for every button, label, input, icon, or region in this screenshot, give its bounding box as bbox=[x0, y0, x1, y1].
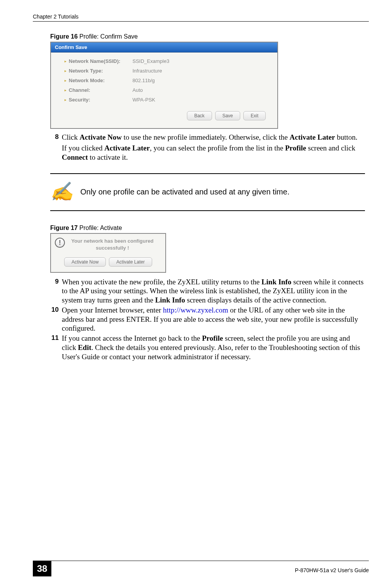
step-8-block: 8 Click Activate Now to use the new prof… bbox=[50, 133, 365, 162]
value-network-mode: 802.11b/g bbox=[132, 78, 155, 83]
guide-name: P-870HW-51a v2 User's Guide bbox=[295, 567, 369, 573]
value-network-type: Infrastructure bbox=[132, 68, 162, 74]
step-9-text: When you activate the new profile, the Z… bbox=[62, 277, 365, 305]
chevron-icon: ▸ bbox=[64, 88, 66, 92]
value-security: WPA-PSK bbox=[132, 97, 155, 103]
step-8-text: Click Activate Now to use the new profil… bbox=[62, 133, 365, 142]
step-8-number: 8 bbox=[50, 133, 62, 142]
figure17-caption: Figure 17 Profile: Activate bbox=[50, 225, 365, 231]
label-security: Security: bbox=[69, 97, 132, 103]
exclamation-icon: ! bbox=[55, 238, 65, 248]
value-channel: Auto bbox=[132, 87, 143, 93]
row-network-type: ▸ Network Type: Infrastructure bbox=[64, 68, 270, 74]
figure17-label: Figure 17 bbox=[50, 225, 78, 231]
note-icon: ✍ bbox=[50, 182, 73, 201]
confirm-save-dialog: Confirm Save ▸ Network Name(SSID): SSID_… bbox=[50, 42, 278, 129]
page-footer: 38 P-870HW-51a v2 User's Guide bbox=[33, 561, 369, 576]
chapter-label: Chapter 2 Tutorials bbox=[33, 14, 78, 20]
step-11: 11 If you cannot access the Internet go … bbox=[50, 334, 365, 361]
row-security: ▸ Security: WPA-PSK bbox=[64, 97, 270, 103]
activate-later-button[interactable]: Activate Later bbox=[109, 257, 152, 267]
dialog-button-row: Back Save Exit bbox=[64, 106, 270, 124]
figure16-label: Figure 16 bbox=[50, 33, 78, 40]
step-9-number: 9 bbox=[50, 277, 62, 305]
step-10: 10 Open your Internet browser, enter htt… bbox=[50, 306, 365, 333]
step-11-number: 11 bbox=[50, 334, 62, 361]
step-9: 9 When you activate the new profile, the… bbox=[50, 277, 365, 305]
back-button[interactable]: Back bbox=[187, 111, 212, 120]
activate-now-button[interactable]: Activate Now bbox=[64, 257, 106, 267]
step-10-number: 10 bbox=[50, 306, 62, 333]
row-ssid: ▸ Network Name(SSID): SSID_Example3 bbox=[64, 58, 270, 64]
step-11-text: If you cannot access the Internet go bac… bbox=[62, 334, 365, 361]
figure16-caption: Figure 16 Profile: Confirm Save bbox=[50, 33, 365, 40]
row-network-mode: ▸ Network Mode: 802.11b/g bbox=[64, 78, 270, 83]
label-network-mode: Network Mode: bbox=[69, 78, 132, 83]
save-button[interactable]: Save bbox=[215, 111, 240, 120]
chevron-icon: ▸ bbox=[64, 78, 66, 83]
activate-dialog-top: ! Your network has been configured succe… bbox=[55, 238, 161, 252]
page-header: Chapter 2 Tutorials bbox=[33, 14, 369, 22]
label-network-type: Network Type: bbox=[69, 68, 132, 74]
chevron-icon: ▸ bbox=[64, 59, 66, 63]
activate-dialog: ! Your network has been configured succe… bbox=[50, 233, 166, 272]
note-block: ✍ Only one profile can be activated and … bbox=[50, 173, 365, 211]
chevron-icon: ▸ bbox=[64, 98, 66, 102]
dialog-body: ▸ Network Name(SSID): SSID_Example3 ▸ Ne… bbox=[51, 52, 277, 128]
activate-button-row: Activate Now Activate Later bbox=[55, 257, 161, 267]
activate-message: Your network has been configured success… bbox=[69, 238, 161, 252]
figure16-title: Profile: Confirm Save bbox=[78, 33, 138, 40]
note-text: Only one profile can be activated and us… bbox=[80, 188, 289, 196]
figure17-title: Profile: Activate bbox=[78, 225, 122, 231]
label-channel: Channel: bbox=[69, 87, 132, 93]
dialog-titlebar: Confirm Save bbox=[51, 42, 277, 52]
zyxel-link: http://www.zyxel.com bbox=[163, 306, 228, 314]
exit-button[interactable]: Exit bbox=[243, 111, 266, 120]
value-ssid: SSID_Example3 bbox=[132, 58, 169, 64]
steps-9-11: 9 When you activate the new profile, the… bbox=[50, 277, 365, 362]
page-number: 38 bbox=[33, 561, 51, 576]
chevron-icon: ▸ bbox=[64, 69, 66, 73]
row-channel: ▸ Channel: Auto bbox=[64, 87, 270, 93]
step-8: 8 Click Activate Now to use the new prof… bbox=[50, 133, 365, 142]
label-ssid: Network Name(SSID): bbox=[69, 58, 132, 64]
page-content: Figure 16 Profile: Confirm Save Confirm … bbox=[33, 33, 369, 361]
step-10-text: Open your Internet browser, enter http:/… bbox=[62, 306, 365, 333]
step-8-sub: If you clicked Activate Later, you can s… bbox=[62, 144, 365, 162]
